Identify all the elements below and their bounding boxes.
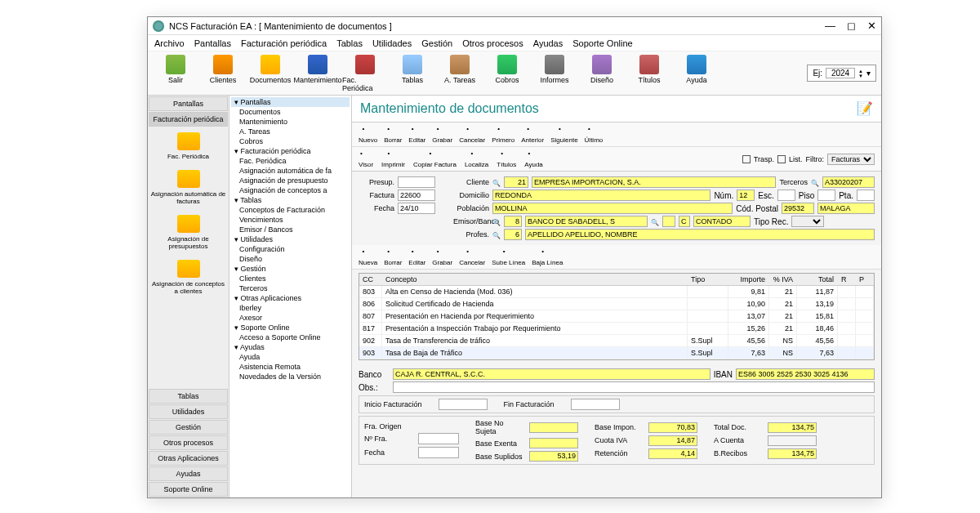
btn-sube línea[interactable]: •Sube Línea — [492, 248, 525, 266]
tbtn-informes[interactable]: Informes — [532, 55, 577, 92]
btn-copiar factura[interactable]: •Copiar Factura — [413, 149, 457, 168]
menu-gestión[interactable]: Gestión — [421, 38, 452, 48]
accordion-item[interactable]: Fac. Periódica — [148, 127, 229, 165]
accordion-tablas[interactable]: Tablas — [149, 389, 228, 404]
ej-input[interactable] — [826, 68, 855, 78]
menu-soporte online[interactable]: Soporte Online — [572, 38, 632, 48]
tbtn-a. tareas[interactable]: A. Tareas — [437, 55, 483, 92]
nav-tree[interactable]: ▾ Pantallas Documentos Mantenimiento A. … — [229, 96, 352, 497]
accordion-facturación periódica[interactable]: Facturación periódica — [149, 112, 228, 127]
table-row[interactable]: 817Presentación a Inspección Trabajo por… — [359, 323, 874, 335]
tree-node[interactable]: Asistencia Remota — [231, 362, 350, 372]
tiporec-select[interactable] — [791, 216, 824, 227]
tree-node[interactable]: ▾ Utilidades — [231, 234, 350, 244]
tree-node[interactable]: ▾ Soporte Online — [231, 323, 350, 332]
trasp-checkbox[interactable] — [742, 155, 751, 163]
tree-node[interactable]: Acceso a Soporte Online — [231, 332, 350, 342]
tree-node[interactable]: Novedades de la Versión — [231, 372, 350, 381]
cliente-name[interactable] — [532, 176, 776, 188]
tbtn-fac. periódica[interactable]: Fac. Periódica — [342, 55, 388, 92]
accordion-gestión[interactable]: Gestión — [149, 420, 228, 435]
tbtn-diseño[interactable]: Diseño — [579, 55, 625, 92]
menu-ayudas[interactable]: Ayudas — [533, 38, 564, 48]
maximize-button[interactable]: ◻ — [847, 20, 856, 32]
search-icon[interactable] — [811, 178, 819, 186]
menu-otros procesos[interactable]: Otros procesos — [462, 38, 523, 48]
table-row[interactable]: 806Solicitud Certificado de Hacienda10,9… — [359, 298, 874, 310]
accordion-ayudas[interactable]: Ayudas — [149, 466, 228, 481]
tree-node[interactable]: Configuración — [231, 244, 350, 254]
tree-node[interactable]: Vencimientos — [231, 215, 350, 225]
lines-grid[interactable]: CC Concepto Tipo Importe % IVA Total R P… — [359, 273, 875, 360]
tree-node[interactable]: ▾ Otras Aplicaciones — [231, 293, 350, 303]
btn-editar[interactable]: •Editar — [408, 248, 425, 266]
accordion-soporte online[interactable]: Soporte Online — [149, 482, 228, 497]
table-row[interactable]: 803Alta en Censo de Hacienda (Mod. 036)9… — [359, 286, 874, 298]
tbtn-mantenimiento[interactable]: Mantenimiento — [295, 55, 341, 92]
btn-localiza[interactable]: •Localiza — [465, 149, 488, 168]
accordion-otros procesos[interactable]: Otros procesos — [149, 435, 228, 450]
tree-node[interactable]: Axesor — [231, 313, 350, 323]
tree-node[interactable]: Diseño — [231, 254, 350, 264]
tree-node[interactable]: Cobros — [231, 136, 350, 146]
tree-node[interactable]: ▾ Tablas — [231, 195, 350, 205]
menu-facturación periódica[interactable]: Facturación periódica — [241, 38, 327, 48]
tree-node[interactable]: Mantenimiento — [231, 117, 350, 127]
factura-input[interactable] — [398, 190, 435, 201]
cliente-num[interactable] — [504, 176, 528, 188]
presup-input[interactable] — [398, 176, 435, 188]
list-checkbox[interactable] — [777, 155, 786, 163]
obs-input[interactable] — [393, 381, 875, 393]
tree-node[interactable]: Iberley — [231, 303, 350, 313]
tree-node[interactable]: ▾ Facturación periódica — [231, 146, 350, 156]
search-icon[interactable] — [651, 217, 659, 225]
btn-borrar[interactable]: •Borrar — [384, 125, 402, 144]
tree-node[interactable]: Asignación de conceptos a — [231, 185, 350, 195]
btn-grabar[interactable]: •Grabar — [432, 248, 452, 266]
domicilio-input[interactable] — [492, 190, 710, 201]
tree-node[interactable]: Clientes — [231, 274, 350, 283]
search-icon[interactable] — [492, 230, 501, 239]
filtro-select[interactable]: Facturas — [827, 154, 875, 165]
close-button[interactable]: ✕ — [867, 20, 876, 32]
tree-node[interactable]: Asignación de presupuesto — [231, 176, 350, 185]
btn-nuevo[interactable]: •Nuevo — [359, 125, 377, 144]
tbtn-ayuda[interactable]: Ayuda — [674, 55, 719, 92]
banco-input[interactable] — [393, 368, 710, 380]
tbtn-tablas[interactable]: Tablas — [390, 55, 435, 92]
tree-node[interactable]: Emisor / Bancos — [231, 225, 350, 234]
tree-node[interactable]: ▾ Ayudas — [231, 342, 350, 352]
menu-tablas[interactable]: Tablas — [336, 38, 363, 48]
btn-ayuda[interactable]: •Ayuda — [524, 149, 543, 168]
tbtn-cobros[interactable]: Cobros — [484, 55, 530, 92]
poblacion-input[interactable] — [492, 203, 733, 214]
tree-node[interactable]: Terceros — [231, 283, 350, 293]
btn-primero[interactable]: •Primero — [492, 125, 514, 144]
menu-pantallas[interactable]: Pantallas — [194, 38, 231, 48]
btn-nueva[interactable]: •Nueva — [359, 248, 377, 266]
tree-node[interactable]: Fac. Periódica — [231, 156, 350, 166]
btn-siguiente[interactable]: •Siguiente — [550, 125, 577, 144]
tbtn-documentos[interactable]: Documentos — [247, 55, 293, 92]
search-icon[interactable] — [492, 178, 501, 186]
tree-node[interactable]: A. Tareas — [231, 127, 350, 136]
tbtn-títulos[interactable]: Títulos — [626, 55, 672, 92]
btn-grabar[interactable]: •Grabar — [432, 125, 452, 144]
tbtn-clientes[interactable]: Clientes — [200, 55, 246, 92]
accordion-otras aplicaciones[interactable]: Otras Aplicaciones — [149, 451, 228, 466]
minimize-button[interactable]: — — [825, 20, 835, 32]
accordion-item[interactable]: Asignación de presupuestos — [148, 210, 229, 255]
tbtn-salir[interactable]: Salir — [153, 55, 198, 92]
btn-editar[interactable]: •Editar — [408, 125, 425, 144]
menu-archivo[interactable]: Archivo — [154, 38, 185, 48]
ej-spinner[interactable]: ▲▼ — [858, 69, 863, 78]
ej-dropdown[interactable]: ▾ — [866, 69, 871, 78]
edit-icon[interactable]: 📝 — [857, 100, 873, 117]
tree-node[interactable]: Ayuda — [231, 352, 350, 362]
btn-imprimir[interactable]: •Imprimir — [381, 149, 405, 168]
tree-node[interactable]: ▾ Gestión — [231, 264, 350, 274]
table-row[interactable]: 902Tasa de Transferencia de tráficoS.Sup… — [359, 335, 874, 347]
table-row[interactable]: 807Presentación en Hacienda por Requerim… — [359, 310, 874, 323]
btn-baja línea[interactable]: •Baja Línea — [532, 248, 563, 266]
btn-último[interactable]: •Último — [585, 125, 604, 144]
